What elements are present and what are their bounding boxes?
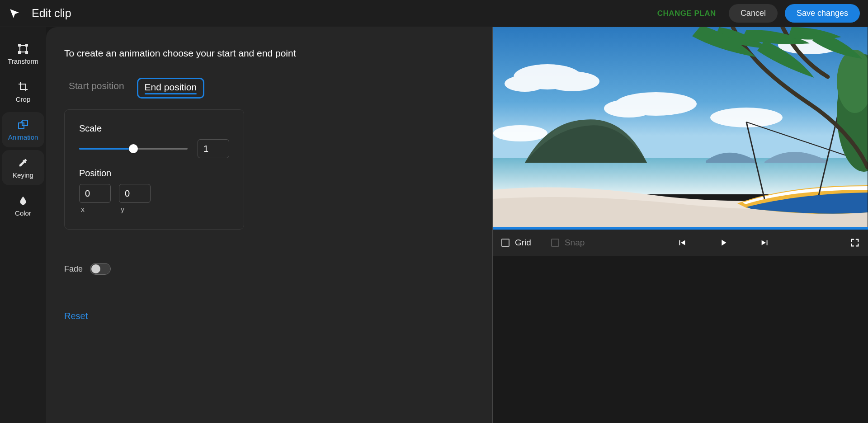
options-panel: To create an animation choose your start… [46, 27, 492, 423]
eyedropper-icon [17, 157, 29, 169]
position-tabs: Start position End position [64, 78, 474, 99]
svg-rect-1 [19, 44, 20, 46]
preview-canvas[interactable] [493, 27, 868, 227]
animation-icon [17, 119, 29, 131]
svg-point-10 [505, 75, 545, 92]
svg-point-12 [604, 99, 654, 118]
reset-link[interactable]: Reset [64, 311, 88, 321]
sidebar-item-label: Animation [8, 133, 38, 141]
scale-slider[interactable] [79, 144, 188, 153]
droplet-icon [17, 195, 29, 207]
sidebar-item-crop[interactable]: Crop [2, 74, 44, 109]
preview-controls: Grid Snap [493, 230, 868, 256]
crop-icon [17, 81, 29, 93]
position-x-sublabel: x [79, 206, 111, 214]
svg-point-15 [493, 125, 547, 141]
skip-next-button[interactable] [760, 238, 770, 248]
tab-start-position[interactable]: Start position [64, 78, 129, 99]
change-plan-link[interactable]: CHANGE PLAN [657, 9, 716, 18]
svg-point-9 [545, 71, 599, 91]
position-x-input[interactable] [79, 184, 111, 203]
fade-row: Fade [64, 263, 474, 275]
scale-label: Scale [79, 123, 229, 134]
sidebar-item-keying[interactable]: Keying [2, 150, 44, 185]
sidebar-item-color[interactable]: Color [2, 188, 44, 223]
cancel-button[interactable]: Cancel [729, 4, 778, 23]
page-title: Edit clip [32, 7, 71, 20]
sidebar: Transform Crop Animation Keying Color [0, 27, 46, 423]
sidebar-item-transform[interactable]: Transform [2, 36, 44, 71]
fade-toggle[interactable] [90, 263, 111, 275]
play-button[interactable] [718, 238, 728, 248]
checkbox-icon [501, 239, 509, 247]
sidebar-item-label: Crop [16, 95, 31, 103]
tab-end-position[interactable]: End position [137, 78, 205, 99]
grid-toggle[interactable]: Grid [501, 238, 531, 248]
transform-icon [17, 43, 29, 55]
svg-rect-4 [26, 52, 28, 53]
sidebar-item-label: Transform [8, 57, 38, 65]
position-card: Scale Position x y [64, 109, 244, 230]
preview-panel: Grid Snap [492, 27, 868, 423]
position-y-input[interactable] [119, 184, 151, 203]
sidebar-item-label: Color [15, 209, 31, 217]
save-button[interactable]: Save changes [785, 4, 860, 23]
skip-previous-button[interactable] [677, 238, 687, 248]
svg-rect-2 [26, 44, 28, 46]
svg-rect-0 [20, 46, 26, 52]
scale-input[interactable] [198, 139, 229, 158]
svg-rect-3 [19, 52, 20, 53]
position-label: Position [79, 168, 229, 179]
fade-label: Fade [64, 264, 83, 274]
app-logo-icon [8, 7, 21, 20]
sidebar-item-label: Keying [13, 171, 33, 179]
checkbox-icon [551, 239, 559, 247]
grid-label: Grid [515, 238, 531, 248]
fullscreen-button[interactable] [850, 238, 860, 248]
instruction-text: To create an animation choose your start… [64, 48, 474, 59]
snap-label: Snap [565, 238, 585, 248]
position-y-sublabel: y [119, 206, 151, 214]
sidebar-item-animation[interactable]: Animation [2, 112, 44, 147]
header: Edit clip CHANGE PLAN Cancel Save change… [0, 0, 868, 27]
snap-toggle[interactable]: Snap [551, 238, 585, 248]
